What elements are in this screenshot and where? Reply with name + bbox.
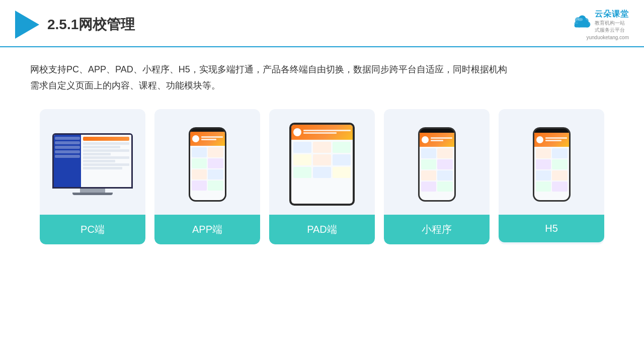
card-app-label: APP端 (154, 215, 260, 244)
brand-logo: 云朵课堂 教育机构一站式服务云平台 yunduoketang.com (573, 9, 629, 40)
card-app-image (154, 109, 260, 215)
header-left: 2.5.1网校管理 (15, 11, 135, 39)
card-h5-image (499, 109, 604, 215)
svg-point-7 (578, 18, 583, 21)
card-miniapp: 小程序 (384, 109, 490, 244)
card-pc: PC端 (40, 109, 145, 244)
page-title: 2.5.1网校管理 (47, 15, 135, 34)
logo-icon (15, 11, 39, 39)
card-pc-image (40, 109, 145, 215)
header: 2.5.1网校管理 云朵课堂 教育机构一站式服务云平台 yunduoketang… (0, 0, 644, 47)
card-h5: H5 (499, 109, 604, 244)
card-miniapp-image (384, 109, 490, 215)
card-h5-label: H5 (499, 215, 604, 242)
brand-name: 云朵课堂 (595, 9, 629, 20)
card-pad: PAD端 (269, 109, 375, 244)
brand-url: yunduoketang.com (586, 35, 629, 40)
svg-rect-3 (575, 24, 590, 27)
card-pc-label: PC端 (40, 215, 145, 244)
main-content: 网校支持PC、APP、PAD、小程序、H5，实现多端打通，产品各终端自由切换，数… (0, 47, 644, 254)
cloud-icon (573, 15, 591, 28)
description: 网校支持PC、APP、PAD、小程序、H5，实现多端打通，产品各终端自由切换，数… (30, 61, 614, 94)
brand-tagline: 教育机构一站式服务云平台 (595, 20, 625, 34)
cards-container: PC端 (30, 109, 614, 244)
card-pad-image (269, 109, 375, 215)
card-pad-label: PAD端 (269, 215, 375, 244)
card-app: APP端 (154, 109, 260, 244)
svg-point-6 (583, 18, 589, 23)
card-miniapp-label: 小程序 (384, 215, 490, 244)
